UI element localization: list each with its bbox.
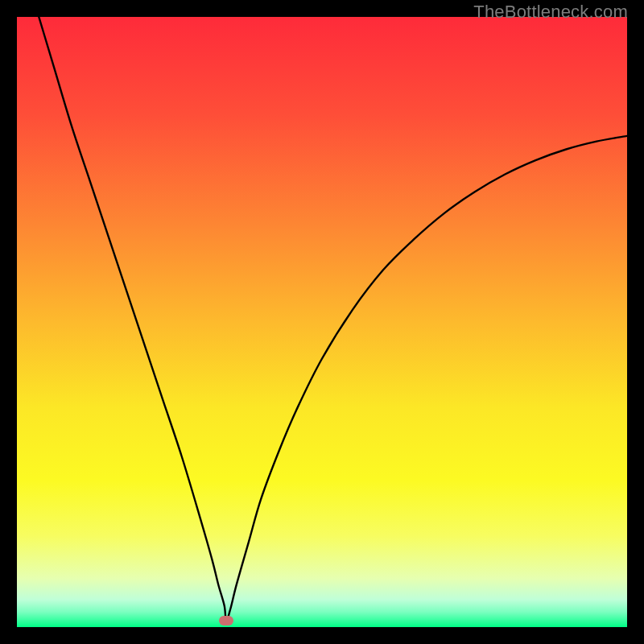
plot-area — [17, 17, 627, 627]
chart-frame: TheBottleneck.com — [0, 0, 644, 644]
minimum-marker — [219, 616, 233, 625]
watermark-text: TheBottleneck.com — [473, 2, 628, 23]
bottleneck-curve — [17, 17, 627, 627]
